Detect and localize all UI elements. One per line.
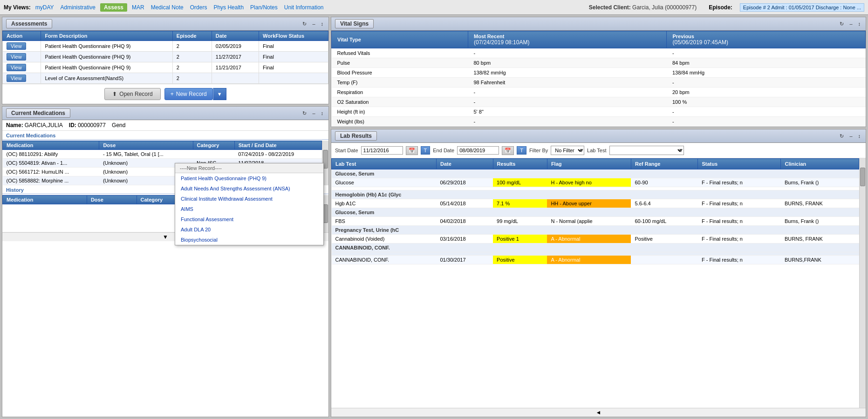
dropdown-item-biopsychosocial[interactable]: Biopsychosocial xyxy=(175,235,323,245)
lab-col-refrange: Ref Range xyxy=(631,159,698,169)
lab-scroll-left-icon[interactable]: ◄ xyxy=(596,409,601,416)
lab-group-row: Glucose, Serum xyxy=(332,208,859,217)
refresh-icon[interactable]: ↻ xyxy=(301,20,308,27)
meds-maximize-icon[interactable]: ↕ xyxy=(320,110,325,116)
current-medications-panel: Current Medications ↻ – ↕ Name: GARCIA,J… xyxy=(2,106,329,417)
table-row: CANNABINOID, CONF. 01/30/2017 Positive A… xyxy=(332,256,859,264)
vitals-refresh-icon[interactable]: ↻ xyxy=(838,20,845,27)
dropdown-item-ciwa[interactable]: Clinical Institute Withdrawal Assessment xyxy=(175,194,323,204)
start-date-t-button[interactable]: T xyxy=(421,146,431,155)
lab-test-cell: Hgb A1C xyxy=(332,199,437,208)
table-row: View Patient Health Questionnaire (PHQ 9… xyxy=(3,41,328,52)
nav-medical-note[interactable]: Medical Note xyxy=(149,3,185,12)
nav-myday[interactable]: myDAY xyxy=(34,3,56,12)
nav-phys-health[interactable]: Phys Health xyxy=(212,3,246,12)
table-row: View Patient Health Questionnaire (PHQ 9… xyxy=(3,62,328,73)
medications-title: Current Medications xyxy=(6,108,70,118)
dropdown-item-phq9[interactable]: Patient Health Questionnaire (PHQ 9) xyxy=(175,173,323,183)
left-panel: Assessments ↻ – ↕ Action Form Descriptio… xyxy=(0,15,331,419)
list-item: Refused Vitals - - xyxy=(332,48,866,58)
nav-assess[interactable]: Assess xyxy=(100,3,127,12)
lab-flag-cell: HH - Above upper xyxy=(547,199,631,208)
lab-scrollbar[interactable] xyxy=(859,158,866,408)
lab-refrange-cell xyxy=(631,256,698,264)
med-category-cell xyxy=(193,150,234,159)
form-desc-cell: Patient Health Questionnaire (PHQ 9) xyxy=(41,52,172,62)
meds-col-dates: Start / End Date xyxy=(234,141,321,150)
episode-cell: 2 xyxy=(172,73,212,84)
episode-cell: 2 xyxy=(172,52,212,62)
patient-name-label: Name: xyxy=(6,122,23,128)
lab-results-cell: Positive 1 xyxy=(493,235,547,243)
list-item: Height (ft in) 5' 8" - xyxy=(332,107,866,117)
lab-results-cell: 100 mg/dL xyxy=(493,178,547,187)
start-date-label: Start Date xyxy=(335,148,358,153)
end-date-t-button[interactable]: T xyxy=(517,146,526,155)
view-button[interactable]: View xyxy=(7,42,26,50)
new-record-button[interactable]: + New Record xyxy=(164,88,213,100)
vitals-minimize-icon[interactable]: – xyxy=(848,20,854,27)
nav-unit-information[interactable]: Unit Information xyxy=(282,3,326,12)
view-button[interactable]: View xyxy=(7,74,26,82)
list-item: Pulse 80 bpm 84 bpm xyxy=(332,58,866,68)
patient-id: 000000977 xyxy=(78,122,106,128)
form-desc-cell: Patient Health Questionnaire (PHQ 9) xyxy=(41,41,172,52)
scroll-down-icon[interactable]: ▼ xyxy=(163,234,168,240)
lab-minimize-icon[interactable]: – xyxy=(848,133,854,139)
new-record-dropdown-button[interactable]: ▼ xyxy=(213,88,226,100)
nav-administrative[interactable]: Administrative xyxy=(59,3,97,12)
start-date-cal-button[interactable]: 📅 xyxy=(406,146,418,155)
status-cell: Final xyxy=(259,62,328,73)
dropdown-item-adult-dla[interactable]: Adult DLA 20 xyxy=(175,224,323,235)
view-button[interactable]: View xyxy=(7,53,26,61)
nav-orders[interactable]: Orders xyxy=(188,3,209,12)
start-date-input[interactable] xyxy=(361,146,403,155)
vitals-maximize-icon[interactable]: ↕ xyxy=(857,20,862,27)
lab-test-select[interactable] xyxy=(609,146,684,155)
minimize-icon[interactable]: – xyxy=(311,20,316,27)
hist-col-medication: Medication xyxy=(3,196,87,204)
my-views-label: My Views: xyxy=(4,4,31,11)
main-layout: Assessments ↻ – ↕ Action Form Descriptio… xyxy=(0,15,868,419)
dropdown-item-functional[interactable]: Functional Assessment xyxy=(175,214,323,224)
vital-recent-cell: - xyxy=(468,117,667,127)
view-button[interactable]: View xyxy=(7,64,26,71)
lab-table-scroll[interactable]: Lab Test Date Results Flag Ref Range Sta… xyxy=(331,158,859,408)
vitals-col-recent: Most Recent(07/24/2019 08:10AM) xyxy=(468,31,667,48)
meds-minimize-icon[interactable]: – xyxy=(311,110,316,116)
vitals-controls: ↻ – ↕ xyxy=(838,20,862,27)
vital-type-cell: O2 Saturation xyxy=(332,97,468,107)
lab-clinician-cell: Burns, Frank () xyxy=(781,178,859,187)
lab-group-row: Pregnancy Test, Urine (hC xyxy=(332,226,859,235)
list-item: O2 Saturation - 100 % xyxy=(332,97,866,107)
lab-title: Lab Results xyxy=(335,131,377,141)
col-date: Date xyxy=(212,31,259,41)
meds-refresh-icon[interactable]: ↻ xyxy=(301,110,308,117)
open-record-button[interactable]: ⬆ Open Record xyxy=(104,88,160,100)
date-cell: 11/21/2017 xyxy=(212,62,259,73)
vital-previous-cell: 100 % xyxy=(667,97,866,107)
med-name-cell: (OC) 5504819: Ativan - 1... xyxy=(3,159,99,168)
lab-status-cell: F - Final results; n xyxy=(698,178,781,187)
lab-group-name-cell: Hemoglobin (Hb) A1c (Glyc xyxy=(332,190,859,199)
episode-cell: 2 xyxy=(172,62,212,73)
end-date-input[interactable] xyxy=(457,146,499,155)
current-meds-section-label: Current Medications xyxy=(2,131,328,140)
episode-label: Episode: xyxy=(709,4,732,11)
nav-mar[interactable]: MAR xyxy=(130,3,146,12)
filter-by-select[interactable]: No Filter xyxy=(551,146,584,155)
lab-results-cell xyxy=(493,187,547,190)
end-date-cal-button[interactable]: 📅 xyxy=(502,146,514,155)
vital-recent-cell: - xyxy=(468,97,667,107)
lab-maximize-icon[interactable]: ↕ xyxy=(857,133,862,139)
maximize-icon[interactable]: ↕ xyxy=(320,20,325,27)
lab-results-table: Lab Test Date Results Flag Ref Range Sta… xyxy=(331,158,859,264)
dropdown-item-ansa[interactable]: Adult Needs And Strengths Assessment (AN… xyxy=(175,183,323,194)
dropdown-item-aims[interactable]: AIMS xyxy=(175,204,323,214)
medications-header: Current Medications ↻ – ↕ xyxy=(2,107,328,120)
lab-header: Lab Results ↻ – ↕ xyxy=(331,129,866,143)
selected-client-label: Selected Client: xyxy=(589,4,631,11)
nav-plan-notes[interactable]: Plan/Notes xyxy=(248,3,280,12)
lab-refresh-icon[interactable]: ↻ xyxy=(838,133,845,140)
meds-col-medication: Medication xyxy=(3,141,99,150)
